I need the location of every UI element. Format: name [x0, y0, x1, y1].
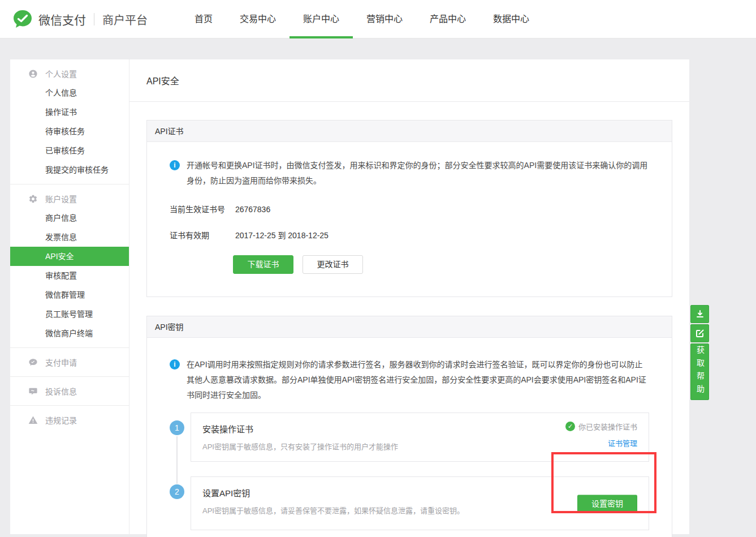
- wechat-pay-logo-icon: [12, 9, 33, 29]
- sidebar-group-payment-application[interactable]: 支付申请: [10, 353, 129, 372]
- logo-divider: [94, 13, 94, 25]
- sidebar-group-label: 投诉信息: [45, 385, 77, 397]
- download-cert-button[interactable]: 下载证书: [233, 255, 293, 274]
- top-nav: 首页 交易中心 账户中心 营销中心 产品中心 数据中心: [181, 0, 543, 38]
- floating-help-bar: 获取帮助: [690, 305, 709, 401]
- sidebar-item-my-submitted-review-tasks[interactable]: 我提交的审核任务: [10, 160, 129, 179]
- help-download-button[interactable]: [690, 305, 709, 323]
- check-icon: ✓: [565, 422, 575, 431]
- cert-number-label: 当前生效证书号: [170, 203, 233, 214]
- sidebar-item-review-config[interactable]: 审核配置: [10, 266, 129, 285]
- sidebar-item-api-security[interactable]: API安全: [10, 247, 129, 266]
- set-key-button[interactable]: 设置密钥: [577, 495, 637, 512]
- logo-text: 微信支付: [38, 11, 86, 28]
- step-2-badge: 2: [170, 484, 184, 499]
- brand-logo[interactable]: 微信支付 商户平台: [12, 0, 148, 38]
- api-key-card-title: API密钥: [147, 316, 672, 338]
- help-feedback-button[interactable]: [690, 324, 709, 342]
- api-key-info-text: 在API调用时用来按照指定规则对你的请求参数进行签名，服务器收到你的请求时会进行…: [187, 357, 649, 403]
- step-1-box: 安装操作证书 API密钥属于敏感信息，只有安装了操作证书的用户才能操作 ✓ 你已…: [191, 413, 649, 462]
- api-key-card: API密钥 i 在API调用时用来按照指定规则对你的请求参数进行签名，服务器收到…: [146, 316, 672, 537]
- nav-item-home[interactable]: 首页: [181, 0, 226, 38]
- sidebar-item-pending-review-tasks[interactable]: 待审核任务: [10, 122, 129, 141]
- step-2-desc: API密钥属于敏感信息，请妥善保管不要泄露，如果怀疑信息泄露，请重设密钥。: [202, 505, 637, 515]
- warning-icon: [28, 415, 38, 425]
- sidebar-item-invoice-info[interactable]: 发票信息: [10, 227, 129, 247]
- sidebar: 个人设置 个人信息 操作证书 待审核任务 已审核任务 我提交的审核任务 账户设置…: [10, 59, 129, 534]
- step-1-badge: 1: [170, 420, 184, 435]
- api-cert-info-text: 开通帐号和更换API证书时，由微信支付签发，用来标识和界定你的身份；部分安全性要…: [187, 158, 649, 188]
- cert-installed-status: 你已安装操作证书: [578, 421, 637, 432]
- chat-icon: [28, 386, 38, 396]
- cert-validity-label: 证书有效期: [170, 229, 233, 240]
- sidebar-group-account-settings[interactable]: 账户设置: [10, 189, 129, 208]
- cert-number-value: 26767836: [235, 205, 270, 214]
- sidebar-group-label: 支付申请: [45, 356, 77, 368]
- gear-icon: [28, 194, 38, 204]
- sidebar-item-wechat-group-mgmt[interactable]: 微信群管理: [10, 285, 129, 304]
- platform-text: 商户平台: [102, 11, 148, 28]
- chat-check-icon: [28, 358, 38, 367]
- get-help-label: 获取帮助: [690, 346, 709, 398]
- sidebar-item-wechat-merchant-terminal[interactable]: 微信商户终端: [10, 324, 129, 343]
- info-icon: i: [170, 160, 180, 170]
- sidebar-item-staff-account-mgmt[interactable]: 员工账号管理: [10, 304, 129, 324]
- cert-validity-value: 2017-12-25 到 2018-12-25: [235, 231, 329, 240]
- edit-icon: [695, 329, 705, 338]
- step-2-title: 设置API密钥: [202, 487, 637, 499]
- sidebar-group-violation-records[interactable]: 违规记录: [10, 410, 129, 429]
- get-help-button[interactable]: 获取帮助: [690, 343, 709, 400]
- sidebar-item-merchant-info[interactable]: 商户信息: [10, 208, 129, 227]
- step-2-box: 设置API密钥 API密钥属于敏感信息，请妥善保管不要泄露，如果怀疑信息泄露，请…: [191, 476, 649, 530]
- sidebar-group-label: 个人设置: [45, 68, 77, 79]
- cert-management-link[interactable]: 证书管理: [565, 437, 637, 448]
- nav-item-data-center[interactable]: 数据中心: [479, 0, 543, 38]
- sidebar-group-complaint-info[interactable]: 投诉信息: [10, 381, 129, 401]
- step-connector-line: [176, 436, 178, 484]
- nav-item-marketing-center[interactable]: 营销中心: [353, 0, 416, 38]
- sidebar-item-reviewed-tasks[interactable]: 已审核任务: [10, 141, 129, 160]
- change-cert-button[interactable]: 更改证书: [303, 255, 363, 274]
- main-content: API安全 API证书 i 开通帐号和更换API证书时，由微信支付签发，用来标识…: [129, 59, 689, 534]
- page-title: API安全: [129, 59, 689, 102]
- user-icon: [28, 69, 38, 79]
- nav-item-account-center[interactable]: 账户中心: [290, 0, 353, 38]
- sidebar-item-personal-info[interactable]: 个人信息: [10, 83, 129, 102]
- nav-item-product-center[interactable]: 产品中心: [416, 0, 479, 38]
- top-header: 微信支付 商户平台 首页 交易中心 账户中心 营销中心 产品中心 数据中心: [0, 0, 756, 38]
- sidebar-group-personal-settings[interactable]: 个人设置: [10, 64, 129, 83]
- download-icon: [695, 310, 705, 319]
- step-install-cert: 1 安装操作证书 API密钥属于敏感信息，只有安装了操作证书的用户才能操作 ✓ …: [170, 413, 649, 462]
- sidebar-group-label: 账户设置: [45, 193, 77, 204]
- api-cert-card-title: API证书: [147, 121, 672, 142]
- sidebar-item-operation-cert[interactable]: 操作证书: [10, 102, 129, 122]
- info-icon: i: [170, 359, 180, 370]
- nav-item-transaction-center[interactable]: 交易中心: [226, 0, 290, 38]
- api-cert-card: API证书 i 开通帐号和更换API证书时，由微信支付签发，用来标识和界定你的身…: [146, 120, 672, 297]
- setup-steps: 1 安装操作证书 API密钥属于敏感信息，只有安装了操作证书的用户才能操作 ✓ …: [170, 413, 649, 530]
- step-set-api-key: 2 设置API密钥 API密钥属于敏感信息，请妥善保管不要泄露，如果怀疑信息泄露…: [170, 476, 649, 530]
- sidebar-group-label: 违规记录: [45, 414, 77, 426]
